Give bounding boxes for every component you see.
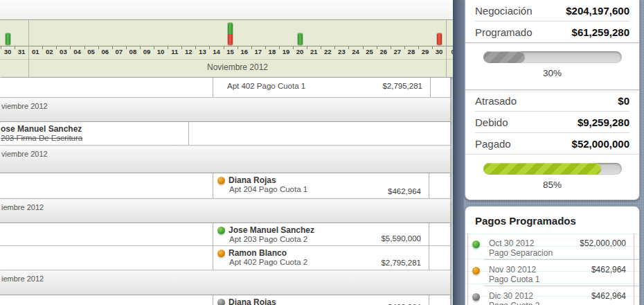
task-person-name: Diana Rojas: [229, 175, 276, 185]
payment-schedule-app: 3031010203040506070809101112131415161718…: [0, 0, 644, 305]
timeline-month-label: Noviembre 2012: [111, 62, 364, 72]
summary-label: Negociación: [475, 5, 533, 17]
scheduled-payments-title: Pagos Programados: [465, 207, 639, 234]
timeline-day-label: 31: [15, 48, 28, 55]
month-group-band: viembre 2012: [0, 98, 450, 122]
marker-segment-green: [228, 23, 233, 34]
task-amount: $5,590,000: [381, 234, 421, 243]
month-group-band: iembre 2012: [0, 199, 450, 223]
month-group-band: iembre 2012: [0, 270, 450, 295]
summary-value: $204,197,600: [566, 5, 629, 17]
timeline-day-label: 10: [154, 48, 168, 55]
pagado-progress-label: 85%: [465, 180, 639, 190]
summary-row-debido: Debido$9,259,280: [475, 112, 629, 133]
ruler-month-separator: [0, 59, 453, 60]
task-box[interactable]: Diana RojasApt 204 Pago Cuota 1$462,964: [213, 173, 429, 198]
summary-label: Debido: [475, 116, 508, 128]
timeline-day-label: 06: [98, 48, 112, 55]
timeline-day-label: 09: [140, 48, 154, 55]
schedule-row[interactable]: Diana RojasApt 204 Pago Cuota 2$462,964: [0, 295, 450, 305]
month-group-label: iembre 2012: [1, 274, 44, 283]
programado-progress-block: 30%: [465, 43, 639, 89]
summary-value: $61,259,280: [572, 26, 629, 38]
schedule-row[interactable]: ose Manuel Sanchez203 Firma De Escritura: [0, 122, 450, 146]
progress-track: [483, 163, 622, 175]
pagado-progress-block: 85%: [465, 155, 639, 201]
task-box[interactable]: Diana RojasApt 204 Pago Cuota 2$462,964: [213, 295, 429, 305]
task-box[interactable]: ose Manuel Sanchez203 Firma De Escritura: [0, 122, 189, 145]
scheduled-payment-item[interactable]: Oct 30 2012Pago Separacion$52,000,000: [465, 234, 639, 259]
month-group-label: iembre 2012: [1, 203, 44, 211]
status-dot-green: [472, 241, 480, 248]
timeline-day-label: 27: [391, 48, 404, 55]
scheduled-payment-item[interactable]: Nov 30 2012Pago Cuota 1$462,964: [484, 259, 639, 286]
programado-progress-label: 30%: [465, 68, 639, 78]
marker-segment-red: [437, 33, 442, 45]
timeline-day-label: 30: [1, 48, 15, 55]
timeline-ruler[interactable]: 3031010203040506070809101112131415161718…: [0, 20, 454, 77]
payment-description: Pago Cuota 2: [489, 301, 539, 305]
timeline-day-label: 08: [126, 48, 140, 55]
timeline-day-label: 16: [238, 48, 251, 55]
task-box[interactable]: Ramon BlancoApt 402 Pago Cuota 2$2,795,2…: [213, 246, 429, 270]
progress-track: [483, 51, 622, 63]
timeline-day-label: 22: [321, 48, 334, 55]
month-group-label: viembre 2012: [1, 102, 48, 110]
timeline-day-label: 30: [432, 48, 446, 55]
timeline-day-label: 15: [224, 48, 238, 55]
schedule-row[interactable]: Ramon BlancoApt 402 Pago Cuota 2$2,795,2…: [0, 246, 450, 270]
task-person-name: Jose Manuel Sanchez: [229, 225, 314, 235]
payment-amount: $462,964: [591, 265, 626, 274]
timeline-day-label: 20: [293, 48, 307, 55]
timeline-day-label: 26: [377, 48, 391, 55]
marker-segment-green: [298, 33, 303, 45]
timeline-day-label: 02: [42, 48, 56, 55]
timeline-day-label: 28: [404, 48, 418, 55]
timeline-day-label: 29: [418, 48, 432, 55]
schedule-row[interactable]: Jose Manuel SanchezApt 203 Pago Cuota 2$…: [0, 223, 450, 246]
timeline-day-label: 04: [71, 48, 84, 55]
payment-amount: $52,000,000: [580, 238, 626, 248]
summary-row-atrasado: Atrasado$0: [475, 90, 629, 112]
timeline-marker-green[interactable]: [6, 33, 10, 45]
timeline-day-label: 24: [349, 48, 363, 55]
side-panel: Negociación$204,197,600Programado$61,259…: [453, 0, 644, 305]
task-label: Apt 402 Pago Cuota 1: [227, 82, 305, 90]
summary-label: Pagado: [475, 138, 511, 150]
schedule-row[interactable]: Apt 402 Pago Cuota 1$2,795,281: [0, 78, 450, 98]
timeline-day-label: 07: [112, 48, 126, 55]
summary-row-pagado: Pagado$52,000,000: [475, 133, 629, 154]
payment-description: Pago Cuota 1: [489, 274, 539, 284]
scheduled-payment-item[interactable]: Dic 30 2012Pago Cuota 2$462,964: [484, 286, 639, 305]
scheduled-payments-card: Pagos Programados Oct 30 2012Pago Separa…: [465, 206, 640, 305]
timeline-marker-green[interactable]: [298, 33, 303, 45]
timeline-day-label: 19: [279, 48, 293, 55]
schedule-row[interactable]: Diana RojasApt 204 Pago Cuota 1$462,964: [0, 173, 450, 199]
marker-segment-green: [6, 33, 10, 45]
task-amount: $2,795,281: [382, 82, 422, 90]
timeline-day-label: 17: [251, 48, 265, 55]
task-label: 203 Firma De Escritura: [1, 134, 82, 142]
timeline-marker-green-red[interactable]: [228, 23, 233, 45]
status-dot-orange: [217, 177, 225, 184]
timeline-day-label: 05: [84, 48, 98, 55]
summary-value: $0: [618, 95, 629, 107]
summary-card: Negociación$204,197,600Programado$61,259…: [465, 0, 640, 200]
task-label: Apt 402 Pago Cuota 2: [229, 258, 307, 266]
status-dot-green: [217, 227, 225, 234]
marker-segment-red: [228, 34, 233, 45]
timeline-marker-red[interactable]: [437, 33, 442, 45]
month-divider-line: [28, 20, 29, 77]
task-box[interactable]: Apt 402 Pago Cuota 1$2,795,281: [213, 78, 431, 97]
month-group-label: viembre 2012: [1, 150, 48, 158]
task-box[interactable]: Jose Manuel SanchezApt 203 Pago Cuota 2$…: [213, 223, 429, 245]
timeline-day-label: 18: [265, 48, 279, 55]
gantt-pane: 3031010203040506070809101112131415161718…: [0, 0, 453, 305]
timeline-day-label: 14: [210, 48, 224, 55]
scheduled-payments-list: Oct 30 2012Pago Separacion$52,000,000Nov…: [465, 234, 639, 305]
status-dot-orange: [472, 267, 480, 274]
payment-date: Nov 30 2012: [489, 265, 536, 274]
summary-row-programado: Programado$61,259,280: [475, 21, 629, 42]
month-divider-line: [446, 20, 447, 77]
summary-label: Programado: [475, 26, 533, 38]
